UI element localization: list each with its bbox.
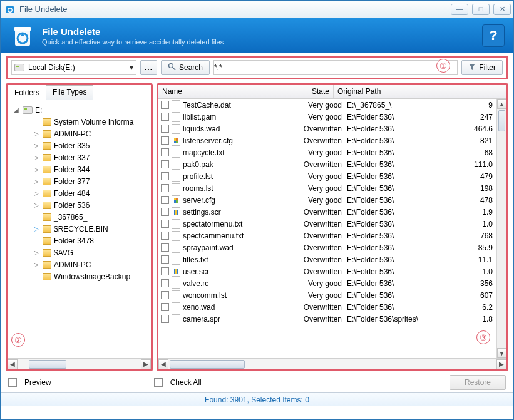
expander-icon[interactable]: ▷ bbox=[33, 142, 40, 150]
scroll-up-icon[interactable]: ▲ bbox=[497, 99, 506, 109]
tree-item[interactable]: ▷ Folder 484 bbox=[10, 187, 150, 199]
table-row[interactable]: woncomm.lst Very good E:\Folder 536\ 607 bbox=[158, 289, 506, 301]
table-row[interactable]: mapcycle.txt Very good E:\Folder 536\ 68 bbox=[158, 146, 506, 158]
tree-item[interactable]: ▷ Folder 335 bbox=[10, 140, 150, 151]
tree-item[interactable]: ▷ ADMIN-PC bbox=[10, 259, 150, 270]
check-all-checkbox[interactable] bbox=[154, 378, 163, 387]
list-body[interactable]: TestCache.dat Very good E:\_367865_\ 9 l… bbox=[158, 99, 506, 358]
table-row[interactable]: rooms.lst Very good E:\Folder 536\ 198 bbox=[158, 182, 506, 194]
list-hscrollbar[interactable]: ◀ ▶ bbox=[158, 358, 506, 369]
table-row[interactable]: camera.spr Overwritten E:\Folder 536\spr… bbox=[158, 313, 506, 325]
tree-item[interactable]: ▷ Folder 536 bbox=[10, 199, 150, 211]
table-row[interactable]: xeno.wad Overwritten E:\Folder 536\ 6.2 bbox=[158, 301, 506, 313]
browse-button[interactable]: ... bbox=[140, 60, 157, 75]
scroll-left-icon[interactable]: ◀ bbox=[8, 359, 18, 369]
row-checkbox[interactable] bbox=[161, 267, 169, 275]
table-row[interactable]: server.cfg Very good E:\Folder 536\ 478 bbox=[158, 194, 506, 206]
tree-item[interactable]: ▷ $AVG bbox=[10, 247, 150, 259]
row-checkbox[interactable] bbox=[161, 125, 169, 133]
table-row[interactable]: TestCache.dat Very good E:\_367865_\ 9 bbox=[158, 99, 506, 111]
scroll-right-icon[interactable]: ▶ bbox=[141, 359, 151, 369]
expander-icon[interactable]: ▷ bbox=[33, 261, 40, 269]
row-checkbox[interactable] bbox=[161, 279, 169, 287]
row-checkbox[interactable] bbox=[161, 291, 169, 299]
scroll-thumb[interactable] bbox=[170, 360, 245, 369]
expander-icon[interactable]: ▷ bbox=[33, 202, 40, 209]
row-checkbox[interactable] bbox=[161, 101, 169, 109]
table-row[interactable]: liblist.gam Very good E:\Folder 536\ 247 bbox=[158, 111, 506, 123]
row-checkbox[interactable] bbox=[161, 136, 169, 145]
restore-button[interactable]: Restore bbox=[450, 375, 506, 390]
row-checkbox[interactable] bbox=[161, 172, 169, 180]
tree-item[interactable]: ▷ $RECYCLE.BIN bbox=[10, 223, 150, 235]
scroll-thumb[interactable] bbox=[498, 110, 505, 131]
table-row[interactable]: spectcammenu.txt Overwritten E:\Folder 5… bbox=[158, 230, 506, 242]
drive-select[interactable]: Local Disk(E:) ▾ bbox=[11, 60, 136, 75]
expander-icon[interactable] bbox=[33, 118, 40, 126]
row-checkbox[interactable] bbox=[161, 196, 169, 204]
row-checkbox[interactable] bbox=[161, 232, 169, 240]
table-row[interactable]: pak0.pak Overwritten E:\Folder 536\ 111.… bbox=[158, 158, 506, 170]
scroll-down-icon[interactable]: ▼ bbox=[497, 348, 506, 358]
tree-item[interactable]: System Volume Informa bbox=[10, 116, 150, 128]
table-row[interactable]: titles.txt Overwritten E:\Folder 536\ 11… bbox=[158, 254, 506, 265]
row-checkbox[interactable] bbox=[161, 255, 169, 264]
row-checkbox[interactable] bbox=[161, 220, 169, 228]
expander-icon[interactable] bbox=[33, 273, 40, 280]
expander-icon[interactable]: ▷ bbox=[33, 178, 40, 185]
scroll-thumb[interactable] bbox=[29, 360, 66, 369]
scroll-left-icon[interactable]: ◀ bbox=[158, 359, 168, 369]
maximize-button[interactable]: □ bbox=[472, 4, 490, 15]
col-state[interactable]: State bbox=[277, 85, 334, 98]
table-row[interactable]: valve.rc Very good E:\Folder 536\ 356 bbox=[158, 277, 506, 289]
table-row[interactable]: profile.lst Very good E:\Folder 536\ 479 bbox=[158, 170, 506, 182]
table-row[interactable]: settings.scr Overwritten E:\Folder 536\ … bbox=[158, 206, 506, 218]
filemask-input[interactable] bbox=[213, 60, 458, 75]
tab-folders[interactable]: Folders bbox=[8, 86, 46, 100]
minimize-button[interactable]: — bbox=[451, 4, 468, 15]
expander-icon[interactable]: ▷ bbox=[33, 225, 40, 233]
expander-icon[interactable]: ▷ bbox=[33, 166, 40, 173]
row-checkbox[interactable] bbox=[161, 160, 169, 168]
table-row[interactable]: liquids.wad Overwritten E:\Folder 536\ 4… bbox=[158, 123, 506, 135]
row-checkbox[interactable] bbox=[161, 184, 169, 192]
list-vscrollbar[interactable]: ▲ ▼ bbox=[496, 99, 506, 358]
tab-file-types[interactable]: File Types bbox=[46, 85, 93, 100]
tree-item[interactable]: ▷ Folder 344 bbox=[10, 163, 150, 175]
folder-tree[interactable]: ◢ E: System Volume Informa▷ ADMIN-PC▷ Fo… bbox=[8, 100, 151, 358]
row-checkbox[interactable] bbox=[161, 243, 169, 252]
tree-item[interactable]: WindowsImageBackup bbox=[10, 270, 150, 282]
expander-icon[interactable]: ▷ bbox=[33, 190, 40, 197]
close-button[interactable]: ✕ bbox=[493, 4, 511, 15]
expander-icon[interactable]: ▷ bbox=[33, 130, 40, 138]
table-row[interactable]: user.scr Overwritten E:\Folder 536\ 1.0 bbox=[158, 265, 506, 277]
expander-icon[interactable] bbox=[33, 213, 40, 221]
tree-item[interactable]: ▷ ADMIN-PC bbox=[10, 128, 150, 140]
scroll-right-icon[interactable]: ▶ bbox=[496, 359, 506, 369]
expander-icon[interactable]: ▷ bbox=[33, 249, 40, 257]
table-row[interactable]: spectatormenu.txt Overwritten E:\Folder … bbox=[158, 218, 506, 230]
tree-root[interactable]: ◢ E: bbox=[10, 104, 150, 116]
row-checkbox[interactable] bbox=[161, 148, 169, 156]
tree-hscrollbar[interactable]: ◀ ▶ bbox=[8, 358, 151, 369]
list-header[interactable]: Name State Original Path bbox=[158, 85, 506, 99]
search-button[interactable]: Search bbox=[161, 60, 210, 75]
help-button[interactable]: ? bbox=[482, 24, 505, 47]
preview-checkbox[interactable] bbox=[8, 378, 17, 387]
tree-item[interactable]: ▷ Folder 337 bbox=[10, 151, 150, 163]
table-row[interactable]: spraypaint.wad Overwritten E:\Folder 536… bbox=[158, 242, 506, 254]
col-name[interactable]: Name bbox=[158, 85, 277, 98]
row-checkbox[interactable] bbox=[161, 315, 169, 323]
col-size[interactable] bbox=[446, 85, 506, 98]
row-checkbox[interactable] bbox=[161, 208, 169, 216]
row-checkbox[interactable] bbox=[161, 113, 169, 121]
tree-item[interactable]: _367865_ bbox=[10, 211, 150, 223]
col-path[interactable]: Original Path bbox=[334, 85, 446, 98]
expander-icon[interactable]: ▷ bbox=[33, 154, 40, 161]
table-row[interactable]: listenserver.cfg Overwritten E:\Folder 5… bbox=[158, 135, 506, 146]
filter-button[interactable]: Filter bbox=[461, 60, 503, 75]
row-checkbox[interactable] bbox=[161, 303, 169, 311]
expander-icon[interactable]: ◢ bbox=[13, 106, 20, 114]
expander-icon[interactable] bbox=[33, 237, 40, 245]
tree-item[interactable]: ▷ Folder 377 bbox=[10, 175, 150, 187]
